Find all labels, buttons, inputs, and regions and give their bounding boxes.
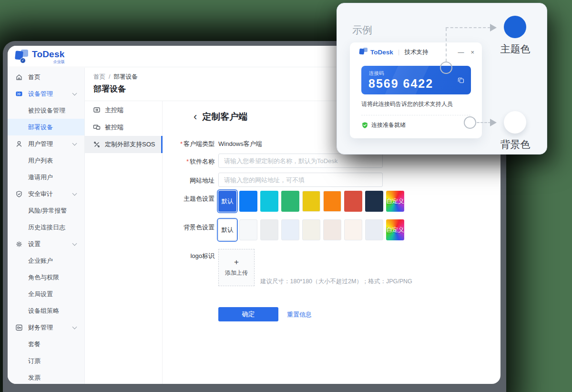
sidebar-item-1[interactable]: 设备管理 xyxy=(8,85,84,102)
sidebar-item-14[interactable]: 设备组策略 xyxy=(8,302,84,319)
sidebar-item-15[interactable]: 财务管理 xyxy=(8,319,84,336)
sidebar-item-label: 安全审计 xyxy=(28,190,53,198)
breadcrumb-home[interactable]: 首页 xyxy=(93,73,105,80)
shield-check-icon xyxy=(361,122,368,129)
bg-color-swatch-0[interactable]: 默认 xyxy=(218,219,236,240)
sidebar: 首页设备管理被控设备管理部署设备用户管理用户列表邀请用户安全审计风险/异常报警历… xyxy=(8,68,85,384)
theme-color-swatch-0[interactable]: 默认 xyxy=(218,191,236,212)
annotation-ring-theme xyxy=(440,62,452,74)
sidebar-item-label: 被控设备管理 xyxy=(28,106,65,115)
theme-color-swatch-5[interactable] xyxy=(323,191,341,212)
gear-icon xyxy=(15,240,23,248)
software-name-input[interactable] xyxy=(218,154,383,168)
minimize-icon: — xyxy=(458,49,464,55)
sidebar-item-5[interactable]: 用户列表 xyxy=(8,152,84,169)
website-label: 网站地址 xyxy=(171,176,214,185)
sidebar-item-label: 邀请用户 xyxy=(28,173,53,182)
sidebar-item-3[interactable]: 部署设备 xyxy=(8,119,84,135)
sidebar-item-7[interactable]: 安全审计 xyxy=(8,186,84,202)
chevron-down-icon xyxy=(72,325,77,330)
logo-upload-hint: 建议尺寸：180*180（大小不超过2M）；格式：JPG/PNG xyxy=(260,278,412,286)
todesk-logo-icon: ✓ xyxy=(15,49,28,63)
sidebar-item-0[interactable]: 首页 xyxy=(8,69,84,85)
sidebar-item-9[interactable]: 历史连接日志 xyxy=(8,219,84,236)
subnav-item-0[interactable]: 主控端 xyxy=(85,102,162,119)
sidebar-item-10[interactable]: 设置 xyxy=(8,236,84,252)
theme-color-swatch-8[interactable]: 自定义 xyxy=(386,191,404,212)
swatch-label: 默认 xyxy=(222,197,234,206)
sidebar-item-label: 历史连接日志 xyxy=(28,223,65,232)
swatch-label: 自定义 xyxy=(386,197,404,206)
mini-dashed-divider xyxy=(361,115,470,115)
sidebar-item-label: 套餐 xyxy=(28,340,41,349)
sidebar-item-12[interactable]: 角色与权限 xyxy=(8,269,84,286)
bg-color-swatch-3[interactable] xyxy=(281,219,299,240)
monitor-arrow-icon xyxy=(93,106,101,114)
example-panel: 示例 ToDesk ｜ 技术支持 — × 连接码 8569 6422 请将此连接… xyxy=(337,3,547,155)
sidebar-item-6[interactable]: 邀请用户 xyxy=(8,169,84,186)
sidebar-item-11[interactable]: 企业账户 xyxy=(8,252,84,269)
subnav: 主控端被控端定制外部支持SOS xyxy=(85,101,163,384)
subnav-item-1[interactable]: 被控端 xyxy=(85,119,162,136)
bg-color-swatch-2[interactable] xyxy=(260,219,278,240)
form-title: 定制客户端 xyxy=(202,111,247,123)
todesk-mini-logo-icon xyxy=(359,48,368,56)
sidebar-item-label: 全局设置 xyxy=(28,290,53,299)
breadcrumb-current: 部署设备 xyxy=(113,73,137,80)
subnav-item-2[interactable]: 定制外部支持SOS xyxy=(85,136,162,153)
breadcrumb-separator: / xyxy=(109,73,110,80)
chevron-down-icon xyxy=(72,91,77,96)
theme-color-caption: 主题色 xyxy=(492,42,538,56)
sidebar-item-8[interactable]: 风险/异常报警 xyxy=(8,202,84,219)
sidebar-item-2[interactable]: 被控设备管理 xyxy=(8,102,84,119)
wrench-cross-icon xyxy=(93,141,101,148)
home-icon xyxy=(15,73,23,81)
client-type-label: *客户端类型 xyxy=(171,140,214,148)
example-mini-window: ToDesk ｜ 技术支持 — × 连接码 8569 6422 请将此连接码告诉… xyxy=(350,42,482,138)
form-header: ‹ 定制客户端 xyxy=(194,111,247,123)
bg-color-swatch-7[interactable] xyxy=(365,219,383,240)
chevron-down-icon xyxy=(72,191,77,196)
device-icon xyxy=(15,90,23,98)
bg-color-swatch-4[interactable] xyxy=(302,219,320,240)
example-panel-title: 示例 xyxy=(352,23,372,37)
monitors-icon xyxy=(93,124,101,131)
theme-color-swatch-7[interactable] xyxy=(365,191,383,212)
sidebar-item-label: 订票 xyxy=(28,357,41,365)
annotation-ring-bg xyxy=(464,116,476,129)
back-icon[interactable]: ‹ xyxy=(194,111,197,123)
sidebar-item-label: 发票 xyxy=(28,373,41,382)
sidebar-item-16[interactable]: 套餐 xyxy=(8,336,84,352)
logo-upload-box[interactable]: + 添加上传 xyxy=(218,249,255,286)
sidebar-item-18[interactable]: 发票 xyxy=(8,369,84,384)
theme-color-swatch-1[interactable] xyxy=(239,191,257,212)
sidebar-item-label: 角色与权限 xyxy=(28,273,59,282)
confirm-button[interactable]: 确定 xyxy=(218,307,278,321)
sidebar-item-13[interactable]: 全局设置 xyxy=(8,286,84,302)
arrow-right-icon xyxy=(490,119,497,126)
theme-color-swatch-3[interactable] xyxy=(281,191,299,212)
website-input[interactable] xyxy=(218,173,383,187)
bg-color-swatch-6[interactable] xyxy=(344,219,362,240)
brand-edition: 企业版 xyxy=(53,60,64,64)
sidebar-item-4[interactable]: 用户管理 xyxy=(8,135,84,152)
bg-color-swatch-8[interactable]: 自定义 xyxy=(386,219,404,240)
annotation-dash-theme xyxy=(446,27,490,28)
key-icon xyxy=(15,323,23,331)
bg-color-swatch-5[interactable] xyxy=(323,219,341,240)
mini-status: 连接准备就绪 xyxy=(361,121,406,129)
annotation-dash-bg xyxy=(477,122,491,123)
shield-icon xyxy=(15,190,23,198)
bg-color-swatch-1[interactable] xyxy=(239,219,257,240)
theme-color-swatch-2[interactable] xyxy=(260,191,278,212)
mini-brand: ToDesk xyxy=(370,49,393,56)
swatch-label: 默认 xyxy=(222,226,234,234)
theme-color-swatch-4[interactable] xyxy=(302,191,320,212)
theme-color-swatch-6[interactable] xyxy=(344,191,362,212)
close-icon: × xyxy=(470,49,474,55)
copy-icon xyxy=(457,76,465,84)
reset-link[interactable]: 重置信息 xyxy=(287,310,312,319)
subnav-item-label: 定制外部支持SOS xyxy=(105,140,155,149)
bg-color-caption: 背景色 xyxy=(492,138,538,151)
sidebar-item-17[interactable]: 订票 xyxy=(8,352,84,369)
